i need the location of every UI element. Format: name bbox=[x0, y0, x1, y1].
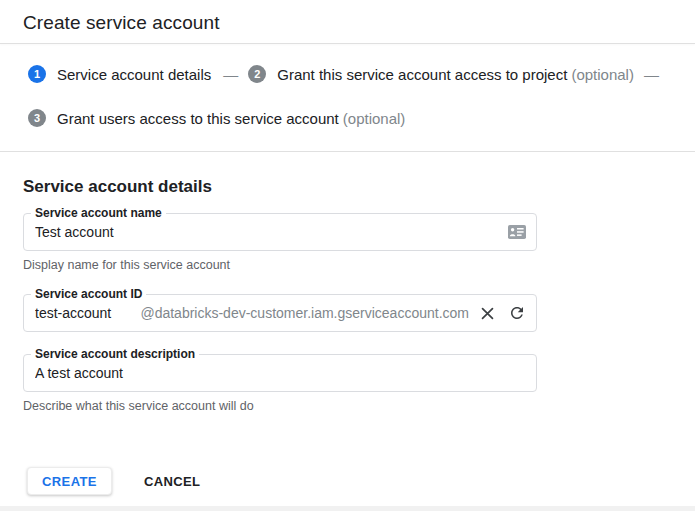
refresh-icon[interactable] bbox=[508, 304, 526, 322]
page-header: Create service account bbox=[0, 0, 695, 43]
contact-card-icon bbox=[508, 225, 526, 239]
page-title: Create service account bbox=[23, 12, 671, 34]
step-3-grant-users-access[interactable]: 3 Grant users access to this service acc… bbox=[28, 109, 405, 127]
service-account-form: Service account name Display name for th… bbox=[23, 213, 537, 413]
service-account-name-field: Service account name bbox=[23, 213, 537, 251]
service-account-description-helper: Describe what this service account will … bbox=[23, 399, 537, 413]
step-separator-dash: — bbox=[644, 66, 659, 83]
service-account-name-label: Service account name bbox=[31, 206, 166, 220]
stepper-row-1: 1 Service account details — 2 Grant this… bbox=[28, 65, 671, 83]
step-separator-dash: — bbox=[223, 66, 238, 83]
clear-icon[interactable] bbox=[479, 305, 496, 322]
service-account-id-field: Service account ID @databricks-dev-custo… bbox=[23, 294, 537, 332]
step-3-number-icon: 3 bbox=[28, 109, 46, 127]
step-1-label: Service account details bbox=[57, 66, 211, 83]
service-account-id-label: Service account ID bbox=[31, 287, 146, 301]
stepper-row-2: 3 Grant users access to this service acc… bbox=[28, 109, 671, 127]
step-2-number-icon: 2 bbox=[248, 65, 266, 83]
step-2-optional-label: (optional) bbox=[571, 66, 634, 83]
form-actions: CREATE CANCEL bbox=[27, 467, 695, 495]
stepper-divider bbox=[0, 151, 695, 152]
service-account-name-helper: Display name for this service account bbox=[23, 258, 537, 272]
service-account-description-field: Service account description bbox=[23, 354, 537, 392]
step-2-label: Grant this service account access to pro… bbox=[277, 66, 567, 83]
step-3-optional-label: (optional) bbox=[343, 110, 406, 127]
service-account-name-input[interactable] bbox=[35, 224, 508, 240]
service-account-description-label: Service account description bbox=[31, 347, 199, 361]
bottom-edge-strip bbox=[0, 506, 695, 511]
section-heading: Service account details bbox=[23, 177, 671, 197]
stepper: 1 Service account details — 2 Grant this… bbox=[0, 44, 695, 151]
create-button[interactable]: CREATE bbox=[27, 467, 112, 495]
cancel-button[interactable]: CANCEL bbox=[136, 467, 209, 495]
step-2-grant-access-to-project[interactable]: 2 Grant this service account access to p… bbox=[248, 65, 634, 83]
service-account-description-input[interactable] bbox=[35, 365, 526, 381]
step-1-service-account-details[interactable]: 1 Service account details bbox=[28, 65, 211, 83]
step-1-number-icon: 1 bbox=[28, 65, 46, 83]
service-account-id-input[interactable] bbox=[35, 305, 140, 321]
service-account-id-domain-suffix: @databricks-dev-customer.iam.gserviceacc… bbox=[140, 305, 469, 321]
step-3-label: Grant users access to this service accou… bbox=[57, 110, 339, 127]
